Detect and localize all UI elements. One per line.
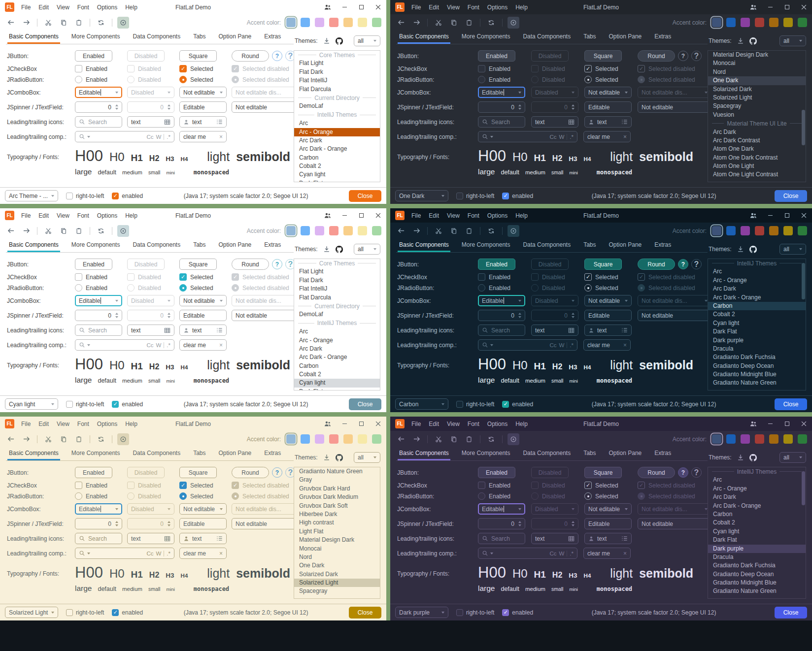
github-button[interactable] bbox=[336, 246, 343, 253]
enabled-checkbox[interactable]: ✓ enabled bbox=[502, 193, 533, 199]
spinner-down-icon[interactable] bbox=[518, 316, 521, 318]
right-to-left-checkbox[interactable]: right-to-left bbox=[66, 193, 104, 199]
accent-swatch[interactable] bbox=[769, 18, 778, 27]
clear-icon[interactable]: × bbox=[623, 342, 627, 349]
whole-word-toggle[interactable]: W bbox=[559, 134, 564, 140]
checkbox[interactable]: ✓ bbox=[502, 193, 509, 199]
theme-list-item[interactable]: Arc Dark bbox=[294, 136, 380, 145]
theme-list-item[interactable]: Material Design Dark bbox=[294, 536, 380, 544]
list-icon[interactable] bbox=[621, 119, 628, 125]
scrollbar-thumb[interactable] bbox=[802, 110, 805, 145]
minimize-button[interactable] bbox=[341, 4, 348, 11]
github-button[interactable] bbox=[749, 246, 757, 253]
themes-list[interactable]: IntelliJ ThemesArcArc - OrangeArc DarkAr… bbox=[708, 467, 806, 599]
theme-list-item[interactable]: Arc Dark bbox=[294, 345, 380, 353]
theme-list-item[interactable]: Gradianto Nature Green bbox=[708, 379, 806, 387]
text-input-table[interactable]: text bbox=[531, 325, 578, 336]
menu-item-edit[interactable]: Edit bbox=[38, 421, 49, 427]
combobox-editable[interactable]: Editable bbox=[75, 503, 122, 515]
enabled-checkbox[interactable]: ✓ enabled bbox=[502, 609, 533, 616]
download-theme-button[interactable] bbox=[323, 37, 330, 44]
whole-word-toggle[interactable]: W bbox=[156, 342, 161, 348]
menu-item-file[interactable]: File bbox=[411, 4, 421, 11]
theme-list-item[interactable]: Solarized Light bbox=[294, 579, 380, 587]
accent-swatch[interactable] bbox=[358, 434, 367, 444]
spinner-arrows[interactable] bbox=[518, 104, 521, 110]
menu-item-help[interactable]: Help bbox=[125, 421, 137, 427]
theme-list-item[interactable]: Flat IntelliJ bbox=[294, 285, 380, 293]
chevron-down-icon[interactable] bbox=[490, 136, 493, 138]
paste-button[interactable] bbox=[463, 433, 475, 445]
tab-tabs[interactable]: Tabs bbox=[583, 241, 596, 252]
checkbox-enabled[interactable] bbox=[478, 273, 485, 281]
search-options-input[interactable]: Cc W .* bbox=[478, 339, 577, 351]
theme-list-item[interactable]: Spacegray bbox=[708, 102, 806, 110]
forward-button[interactable] bbox=[20, 225, 32, 237]
menu-item-options[interactable]: Options bbox=[487, 4, 508, 11]
theme-list-item[interactable]: Flat Dark bbox=[294, 276, 380, 285]
close-window-button[interactable] bbox=[800, 421, 807, 427]
themes-filter-select[interactable]: all bbox=[779, 452, 806, 463]
text-input-user-list[interactable]: text bbox=[584, 116, 632, 128]
tab-more-components[interactable]: More Components bbox=[462, 241, 510, 252]
download-theme-button[interactable] bbox=[737, 454, 744, 461]
theme-list-item[interactable]: Atom One Dark bbox=[708, 145, 806, 153]
theme-list-item[interactable]: DemoLaf bbox=[294, 102, 380, 110]
radio-enabled[interactable] bbox=[478, 76, 485, 83]
chevron-down-icon[interactable] bbox=[87, 136, 90, 138]
menu-item-help[interactable]: Help bbox=[515, 4, 528, 11]
accent-swatch[interactable] bbox=[783, 434, 793, 444]
enabled-button[interactable]: Enabled bbox=[478, 467, 515, 478]
forward-button[interactable] bbox=[410, 433, 422, 445]
theme-list-item[interactable]: One Dark bbox=[294, 561, 380, 570]
textfield-editable[interactable]: Editable bbox=[584, 310, 632, 321]
enabled-button[interactable]: Enabled bbox=[75, 467, 112, 478]
theme-list-item[interactable]: Flat Light bbox=[294, 267, 380, 276]
textfield-editable[interactable]: Editable bbox=[584, 518, 632, 529]
menu-item-edit[interactable]: Edit bbox=[38, 4, 49, 11]
text-input-user-list[interactable]: text bbox=[179, 533, 227, 544]
accent-swatch[interactable] bbox=[769, 226, 778, 235]
spinner-up-icon[interactable] bbox=[115, 521, 118, 523]
theme-list-item[interactable]: Nord bbox=[708, 68, 806, 76]
menu-item-file[interactable]: File bbox=[21, 421, 31, 427]
theme-list-item[interactable]: Cobalt 2 bbox=[708, 310, 806, 319]
checkbox-selected[interactable]: ✓ bbox=[179, 482, 187, 489]
menu-item-help[interactable]: Help bbox=[515, 212, 528, 219]
search-input[interactable]: Search bbox=[478, 533, 525, 544]
table-icon[interactable] bbox=[568, 119, 575, 125]
round-button[interactable]: Round bbox=[232, 259, 269, 270]
tab-extras[interactable]: Extras bbox=[264, 241, 281, 252]
search-input[interactable]: Search bbox=[478, 116, 525, 128]
accent-swatch[interactable] bbox=[286, 226, 296, 235]
accent-swatch[interactable] bbox=[329, 226, 338, 235]
checkbox-enabled[interactable] bbox=[75, 273, 82, 281]
enabled-button[interactable]: Enabled bbox=[478, 259, 515, 270]
chevron-down-icon[interactable] bbox=[87, 553, 90, 554]
theme-list-item[interactable]: Gradianto Nature Green bbox=[294, 467, 380, 476]
enabled-button[interactable]: Enabled bbox=[478, 50, 515, 62]
search-options-input[interactable]: Cc W .* bbox=[75, 548, 174, 559]
theme-list-item[interactable]: Gradianto Midnight Blue bbox=[708, 579, 806, 587]
enabled-checkbox[interactable]: ✓ enabled bbox=[112, 609, 143, 616]
help-button[interactable]: ? bbox=[678, 51, 688, 61]
text-input-user-list[interactable]: text bbox=[179, 116, 227, 128]
combobox-editable[interactable]: Editable bbox=[75, 295, 122, 306]
menu-item-view[interactable]: View bbox=[447, 421, 460, 427]
tab-basic-components[interactable]: Basic Components bbox=[9, 450, 59, 460]
tab-extras[interactable]: Extras bbox=[654, 33, 671, 44]
theme-list-item[interactable]: DemoLaf bbox=[294, 310, 380, 319]
theme-select[interactable]: One Dark bbox=[395, 190, 448, 201]
checkbox[interactable]: ✓ bbox=[112, 609, 119, 616]
themes-list[interactable]: Core ThemesFlat LightFlat DarkFlat Intel… bbox=[294, 50, 380, 182]
show-hints-toggle[interactable] bbox=[117, 17, 129, 29]
regex-toggle[interactable]: .* bbox=[570, 551, 574, 556]
round-button[interactable]: Round bbox=[232, 50, 269, 62]
checkbox[interactable] bbox=[456, 609, 463, 616]
accent-swatch[interactable] bbox=[315, 434, 324, 444]
accent-swatch[interactable] bbox=[755, 18, 764, 27]
theme-list-item[interactable]: Arc Dark - Orange bbox=[294, 353, 380, 361]
theme-select[interactable]: Dark purple bbox=[395, 607, 448, 618]
menu-item-view[interactable]: View bbox=[57, 212, 69, 219]
square-button[interactable]: Square bbox=[179, 50, 217, 62]
